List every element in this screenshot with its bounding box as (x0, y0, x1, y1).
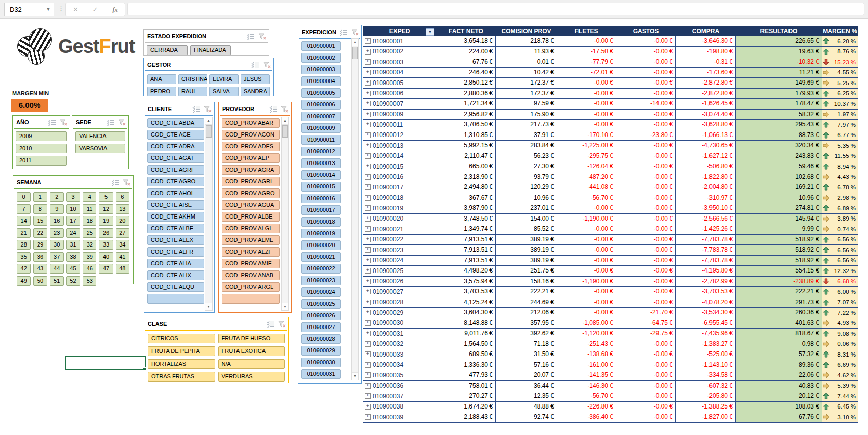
exped-cell[interactable]: +010900017 (363, 182, 436, 193)
semana-item-14[interactable]: 14 (17, 216, 31, 226)
provedor-item-cod-prov-agra[interactable]: COD_PROV AGRA (222, 165, 280, 175)
clear-filter-icon[interactable] (281, 106, 288, 113)
cliente-item-cod-cte-alfr[interactable]: COD_CTE ALFR (147, 247, 204, 257)
expedicion-item-010900023[interactable]: 010900023 (301, 276, 341, 285)
provedor-scrollbar[interactable]: ▲ ▼ (281, 117, 289, 311)
semana-item-7[interactable]: 7 (17, 204, 31, 214)
multiselect-icon[interactable] (107, 119, 115, 126)
cancel-icon[interactable]: ✕ (73, 6, 78, 13)
expedicion-item-010900027[interactable]: 010900027 (301, 322, 341, 332)
semana-item-34[interactable]: 34 (116, 240, 129, 250)
clear-filter-icon[interactable] (60, 119, 67, 126)
expedicion-item-010900009[interactable]: 010900009 (301, 123, 341, 133)
clear-filter-icon[interactable] (118, 119, 126, 126)
exped-cell[interactable]: +010900023 (363, 245, 436, 255)
expand-icon[interactable]: + (365, 184, 371, 190)
semana-item-21[interactable]: 21 (17, 228, 31, 238)
provedor-item-cod-prov-abar[interactable]: COD_PROV ABAR (222, 118, 280, 128)
exped-cell[interactable]: +010900027 (363, 287, 436, 297)
scroll-thumb[interactable] (206, 125, 212, 138)
semana-item-16[interactable]: 16 (50, 216, 64, 226)
semana-item-50[interactable]: 50 (33, 276, 47, 286)
expedicion-item-010900029[interactable]: 010900029 (301, 346, 341, 356)
expand-icon[interactable]: + (365, 258, 371, 263)
semana-item-33[interactable]: 33 (99, 240, 113, 250)
estado-item-finalizada[interactable]: FINALIZADA (190, 45, 231, 55)
exped-cell[interactable]: +010900035 (363, 370, 436, 380)
cliente-item-cod-cte-alex[interactable]: COD_CTE ALEX (147, 235, 204, 245)
semana-item-36[interactable]: 36 (33, 252, 47, 262)
semana-item-9[interactable]: 9 (50, 204, 64, 214)
exped-cell[interactable]: +010900025 (363, 266, 436, 276)
exped-cell[interactable]: +010900015 (363, 161, 436, 172)
expand-icon[interactable]: + (365, 300, 371, 305)
semana-item-11[interactable]: 11 (83, 204, 96, 214)
semana-item-27[interactable]: 27 (116, 228, 129, 238)
multiselect-icon[interactable] (251, 62, 259, 68)
expand-icon[interactable]: + (365, 351, 371, 357)
expedicion-item-010900013[interactable]: 010900013 (301, 158, 341, 168)
scroll-up-icon[interactable]: ▲ (282, 117, 288, 125)
semana-item-19[interactable]: 19 (99, 216, 113, 226)
semana-item-30[interactable]: 30 (50, 240, 64, 250)
exped-cell[interactable]: +010900034 (363, 360, 436, 370)
exped-cell[interactable]: +010900011 (363, 120, 436, 130)
semana-item-37[interactable]: 37 (50, 252, 64, 262)
semana-item-44[interactable]: 44 (50, 264, 64, 274)
expedicion-item-010900006[interactable]: 010900006 (301, 100, 341, 110)
exped-cell[interactable]: +010900030 (363, 318, 436, 329)
multiselect-icon[interactable] (192, 106, 200, 113)
expand-icon[interactable]: + (365, 112, 371, 117)
expand-icon[interactable]: + (365, 195, 371, 201)
provedor-item-cod-prov-alme[interactable]: COD_PROV ALME (222, 235, 280, 245)
estado-item-cerrada[interactable]: CERRADA (147, 45, 188, 55)
semana-item-29[interactable]: 29 (33, 240, 47, 250)
gestor-item-sandra[interactable]: SANDRA (241, 87, 270, 96)
exped-cell[interactable]: +010900026 (363, 277, 436, 287)
semana-item-18[interactable]: 18 (83, 216, 96, 226)
exped-cell[interactable]: +010900020 (363, 214, 436, 224)
provedor-item-cod-prov-agua[interactable]: COD_PROV AGUA (222, 200, 280, 210)
semana-item-35[interactable]: 35 (17, 252, 31, 262)
expand-icon[interactable]: + (365, 331, 371, 336)
semana-item-48[interactable]: 48 (116, 264, 129, 274)
clear-filter-icon[interactable] (123, 179, 130, 186)
gestor-item-jesus[interactable]: JESUS (241, 74, 270, 84)
expedicion-item-010900025[interactable]: 010900025 (301, 299, 341, 309)
expedicion-item-010900017[interactable]: 010900017 (301, 205, 341, 215)
expand-icon[interactable]: + (365, 279, 371, 284)
expedicion-item-010900026[interactable]: 010900026 (301, 311, 341, 320)
semana-item-43[interactable]: 43 (33, 264, 47, 274)
semana-item-45[interactable]: 45 (66, 264, 80, 274)
expand-icon[interactable]: + (365, 341, 371, 347)
provedor-item-cod-prov-aep[interactable]: COD_PROV AEP (222, 153, 280, 163)
cliente-item-cod-cte-ahol[interactable]: COD_CTE AHOL (147, 188, 204, 198)
exped-cell[interactable]: +010900024 (363, 256, 436, 266)
gestor-item-cristina[interactable]: CRISTINA (178, 74, 207, 84)
cliente-item-cod-cte-alia[interactable]: COD_CTE ALIA (147, 259, 204, 268)
exped-cell[interactable]: +010900018 (363, 193, 436, 203)
semana-item-13[interactable]: 13 (116, 204, 129, 214)
expand-icon[interactable]: + (365, 143, 371, 148)
exped-cell[interactable]: +010900002 (363, 47, 436, 57)
expedicion-item-010900020[interactable]: 010900020 (301, 240, 341, 250)
exped-cell[interactable]: +010900037 (363, 391, 436, 401)
semana-item-38[interactable]: 38 (66, 252, 80, 262)
exped-filter-dropdown-icon[interactable]: ▼ (426, 28, 434, 36)
cliente-item-cod-cte-alix[interactable]: COD_CTE ALIX (147, 270, 204, 280)
exped-cell[interactable]: +010900032 (363, 339, 436, 349)
expand-icon[interactable]: + (365, 132, 371, 138)
exped-cell[interactable]: +010900004 (363, 68, 436, 78)
ano-item-2010[interactable]: 2010 (16, 144, 67, 153)
expand-icon[interactable]: + (365, 404, 371, 410)
expand-icon[interactable]: + (365, 70, 371, 75)
fill-handle[interactable] (143, 367, 146, 371)
provedor-item-cod-prov-acon[interactable]: COD_PROV ACON (222, 130, 280, 140)
semana-item-41[interactable]: 41 (116, 252, 129, 262)
expand-icon[interactable]: + (365, 289, 371, 294)
gestor-item-pedro[interactable]: PEDRO (147, 87, 176, 96)
clase-item-citricos[interactable]: CITRICOS (148, 334, 215, 343)
exped-cell[interactable]: +010900009 (363, 110, 436, 120)
exped-cell[interactable]: +010900021 (363, 224, 436, 234)
expand-icon[interactable]: + (365, 122, 371, 127)
